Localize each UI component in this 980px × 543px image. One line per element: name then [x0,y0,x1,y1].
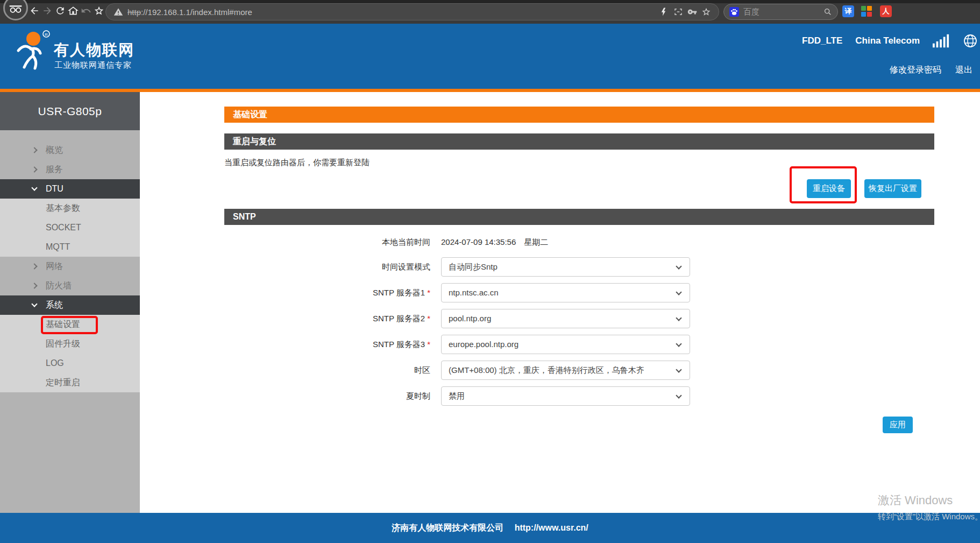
sidebar-item-services[interactable]: 服务 [0,160,140,179]
brand-tagline: 工业物联网通信专家 [54,60,132,70]
browser-toolbar: http://192.168.1.1/index.html#more 百度 译 [0,0,980,24]
account-links: 修改登录密码 退出 [890,65,972,76]
select-chevron-icon [676,341,681,347]
chevron-right-icon [31,263,37,269]
brand-title: 有人物联网 [54,40,134,60]
required-asterisk: * [427,340,430,349]
sidebar-item-socket[interactable]: SOCKET [0,218,140,237]
lightning-icon[interactable] [659,7,669,17]
current-time-row: 本地当前时间 2024-07-09 14:35:56 星期二 [140,232,925,252]
app-header: R 有人物联网 工业物联网通信专家 FDD_LTE China Telecom … [0,24,980,89]
page-title: 基础设置 [224,107,934,123]
undo-button[interactable] [81,5,91,16]
field-label: 本地当前时间 [140,232,430,252]
required-asterisk: * [427,314,430,323]
company-website[interactable]: http://www.usr.cn/ [515,523,588,532]
svg-text:R: R [45,32,48,37]
sntp-server3-row: SNTP 服务器3* europe.pool.ntp.org [140,335,925,354]
device-model-title: USR-G805p [0,92,140,130]
sidebar-item-basic-settings[interactable]: 基础设置 [0,315,140,334]
bookmark-star-icon[interactable] [94,5,104,16]
sidebar-item-network[interactable]: 网络 [0,257,140,276]
field-label: 时间设置模式 [140,257,430,277]
sntp-server2-select[interactable]: pool.ntp.org [441,309,690,328]
select-chevron-icon [676,392,681,398]
timezone-row: 时区 (GMT+08:00) 北京，重庆，香港特别行政区，乌鲁木齐 [140,361,925,380]
address-bar[interactable]: http://192.168.1.1/index.html#more [105,3,719,20]
apply-button[interactable]: 应用 [883,417,913,433]
sidebar-item-system[interactable]: 系统 [0,295,140,315]
change-password-link[interactable]: 修改登录密码 [890,65,941,76]
field-label: 时区 [140,361,430,380]
baidu-logo-icon [729,7,739,17]
chevron-down-icon [31,185,37,191]
sntp-section-header: SNTP [224,209,934,225]
logout-link[interactable]: 退出 [955,65,972,76]
sntp-server2-row: SNTP 服务器2* pool.ntp.org [140,309,925,328]
incognito-avatar-icon[interactable] [3,0,28,20]
forward-button[interactable] [42,5,53,16]
sidebar-item-basic-params[interactable]: 基本参数 [0,199,140,218]
sidebar-item-mqtt[interactable]: MQTT [0,237,140,257]
select-chevron-icon [676,366,681,372]
extensions-grid-icon[interactable] [861,5,872,17]
sidebar-item-log[interactable]: LOG [0,354,140,373]
chevron-right-icon [31,283,37,288]
required-asterisk: * [427,288,430,297]
language-globe-icon[interactable] [963,33,978,48]
sidebar-item-overview[interactable]: 概览 [0,140,140,160]
select-chevron-icon [676,263,681,269]
back-button[interactable] [29,5,40,16]
reboot-device-button[interactable]: 重启设备 [807,179,851,198]
router-admin-page: { "browser": { "url_scheme_struck": "htt… [0,0,980,543]
select-chevron-icon [676,315,681,321]
timezone-select[interactable]: (GMT+08:00) 北京，重庆，香港特别行政区，乌鲁木齐 [441,361,690,380]
company-name: 济南有人物联网技术有限公司 [392,523,503,532]
reload-button[interactable] [55,5,66,16]
chevron-right-icon [31,147,37,153]
sntp-server1-select[interactable]: ntp.ntsc.ac.cn [441,283,690,302]
current-time-value: 2024-07-09 14:35:56 星期二 [441,232,548,252]
dst-row: 夏时制 禁用 [140,386,925,406]
carrier-name: China Telecom [855,36,920,46]
bookmark-this-page-star-icon[interactable] [701,7,711,17]
reboot-section-header: 重启与复位 [224,133,934,150]
dst-select[interactable]: 禁用 [441,386,690,406]
baidu-search-box[interactable]: 百度 [723,4,838,20]
network-mode: FDD_LTE [802,36,842,46]
search-placeholder: 百度 [743,7,819,17]
sidebar-item-scheduled-restart[interactable]: 定时重启 [0,373,140,392]
time-mode-row: 时间设置模式 自动同步Sntp [140,257,925,277]
connection-status: FDD_LTE China Telecom [802,32,978,50]
chevron-right-icon [31,166,37,172]
sntp-server3-select[interactable]: europe.pool.ntp.org [441,335,690,354]
home-button[interactable] [68,5,79,16]
page-footer: 济南有人物联网技术有限公司 http://www.usr.cn/ [0,513,980,543]
element-capture-icon[interactable] [673,7,683,17]
field-label: SNTP 服务器3 [373,340,425,349]
chevron-down-icon [31,301,37,307]
field-label: SNTP 服务器2 [373,314,425,323]
sidebar-nav: USR-G805p 概览 服务 DTU 基本参数 SOCKET MQTT 网络 … [0,92,140,513]
field-label: SNTP 服务器1 [373,288,425,297]
factory-reset-button[interactable]: 恢复出厂设置 [864,179,921,198]
time-mode-select[interactable]: 自动同步Sntp [441,257,690,277]
reader-extension-icon[interactable]: 人 [880,5,892,17]
sidebar-item-firewall[interactable]: 防火墙 [0,276,140,295]
password-key-icon[interactable] [687,7,697,17]
field-label: 夏时制 [140,386,430,406]
sidebar-item-dtu[interactable]: DTU [0,179,140,199]
select-chevron-icon [676,289,681,295]
main-content: 基础设置 重启与复位 当重启或复位路由器后，你需要重新登陆 重启设备 恢复出厂设… [140,92,980,513]
url-text: http://192.168.1.1/index.html#more [127,8,252,17]
reboot-note: 当重启或复位路由器后，你需要重新登陆 [224,158,370,168]
sidebar-item-firmware-upgrade[interactable]: 固件升级 [0,334,140,354]
translate-extension-icon[interactable]: 译 [842,5,854,17]
usr-iot-logo: R [13,29,52,75]
sntp-server1-row: SNTP 服务器1* ntp.ntsc.ac.cn [140,283,925,302]
signal-strength-icon [933,34,950,48]
not-secure-warning-icon[interactable] [113,7,123,17]
search-icon[interactable] [823,8,832,16]
